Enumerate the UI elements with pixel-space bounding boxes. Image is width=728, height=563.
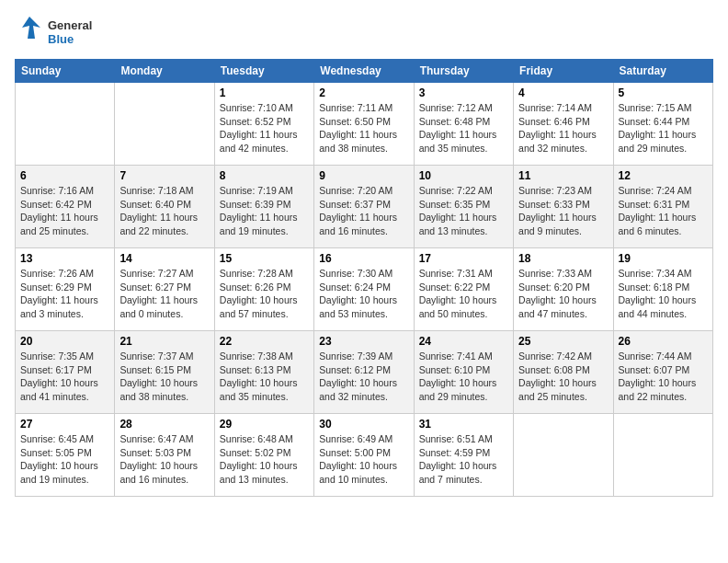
day-info: Sunrise: 6:49 AM Sunset: 5:00 PM Dayligh… bbox=[319, 432, 408, 487]
page-header: General Blue bbox=[15, 15, 713, 52]
calendar-cell: 30Sunrise: 6:49 AM Sunset: 5:00 PM Dayli… bbox=[314, 414, 414, 497]
weekday-header: Thursday bbox=[414, 60, 513, 83]
day-info: Sunrise: 7:15 AM Sunset: 6:44 PM Dayligh… bbox=[619, 101, 708, 155]
logo-text: General Blue bbox=[48, 19, 92, 47]
day-number: 7 bbox=[119, 169, 209, 182]
day-number: 29 bbox=[220, 418, 309, 431]
weekday-header: Saturday bbox=[613, 60, 712, 83]
day-number: 18 bbox=[518, 252, 608, 265]
calendar-cell: 27Sunrise: 6:45 AM Sunset: 5:05 PM Dayli… bbox=[16, 414, 115, 497]
day-number: 30 bbox=[319, 418, 408, 431]
day-number: 17 bbox=[419, 252, 508, 265]
calendar-cell: 19Sunrise: 7:34 AM Sunset: 6:18 PM Dayli… bbox=[613, 248, 712, 331]
calendar-cell bbox=[115, 83, 214, 166]
calendar-cell: 7Sunrise: 7:18 AM Sunset: 6:40 PM Daylig… bbox=[115, 166, 214, 248]
day-number: 22 bbox=[220, 335, 309, 348]
weekday-header: Monday bbox=[115, 60, 214, 83]
day-info: Sunrise: 7:19 AM Sunset: 6:39 PM Dayligh… bbox=[220, 184, 309, 238]
day-info: Sunrise: 7:16 AM Sunset: 6:42 PM Dayligh… bbox=[20, 184, 109, 238]
calendar-week-row: 1Sunrise: 7:10 AM Sunset: 6:52 PM Daylig… bbox=[16, 83, 713, 166]
day-number: 6 bbox=[20, 169, 109, 182]
day-number: 27 bbox=[20, 418, 109, 431]
day-number: 16 bbox=[319, 252, 408, 265]
calendar-week-row: 13Sunrise: 7:26 AM Sunset: 6:29 PM Dayli… bbox=[16, 248, 713, 331]
day-info: Sunrise: 7:23 AM Sunset: 6:33 PM Dayligh… bbox=[518, 184, 608, 238]
day-number: 12 bbox=[619, 169, 708, 182]
day-info: Sunrise: 7:24 AM Sunset: 6:31 PM Dayligh… bbox=[619, 184, 708, 238]
calendar-cell: 10Sunrise: 7:22 AM Sunset: 6:35 PM Dayli… bbox=[414, 166, 513, 248]
calendar-cell: 24Sunrise: 7:41 AM Sunset: 6:10 PM Dayli… bbox=[414, 331, 513, 414]
calendar-table: SundayMondayTuesdayWednesdayThursdayFrid… bbox=[15, 59, 713, 497]
weekday-header: Sunday bbox=[16, 60, 115, 83]
day-info: Sunrise: 6:47 AM Sunset: 5:03 PM Dayligh… bbox=[119, 432, 209, 487]
day-info: Sunrise: 7:35 AM Sunset: 6:17 PM Dayligh… bbox=[20, 350, 109, 404]
calendar-cell: 8Sunrise: 7:19 AM Sunset: 6:39 PM Daylig… bbox=[214, 166, 313, 248]
calendar-cell: 4Sunrise: 7:14 AM Sunset: 6:46 PM Daylig… bbox=[514, 83, 613, 166]
day-number: 15 bbox=[220, 252, 309, 265]
day-info: Sunrise: 6:48 AM Sunset: 5:02 PM Dayligh… bbox=[220, 432, 309, 487]
calendar-week-row: 6Sunrise: 7:16 AM Sunset: 6:42 PM Daylig… bbox=[16, 166, 713, 248]
calendar-cell bbox=[514, 414, 613, 497]
calendar-cell: 13Sunrise: 7:26 AM Sunset: 6:29 PM Dayli… bbox=[16, 248, 115, 331]
weekday-header: Wednesday bbox=[314, 60, 414, 83]
calendar-cell: 6Sunrise: 7:16 AM Sunset: 6:42 PM Daylig… bbox=[16, 166, 115, 248]
svg-marker-0 bbox=[22, 17, 40, 39]
calendar-cell: 31Sunrise: 6:51 AM Sunset: 4:59 PM Dayli… bbox=[414, 414, 513, 497]
day-info: Sunrise: 7:37 AM Sunset: 6:15 PM Dayligh… bbox=[119, 350, 209, 404]
day-number: 24 bbox=[419, 335, 508, 348]
day-number: 13 bbox=[20, 252, 109, 265]
day-info: Sunrise: 7:34 AM Sunset: 6:18 PM Dayligh… bbox=[619, 267, 708, 321]
weekday-header: Friday bbox=[514, 60, 613, 83]
day-number: 10 bbox=[419, 169, 508, 182]
day-number: 4 bbox=[518, 86, 608, 99]
day-number: 26 bbox=[619, 335, 708, 348]
day-info: Sunrise: 7:39 AM Sunset: 6:12 PM Dayligh… bbox=[319, 350, 408, 404]
calendar-cell: 11Sunrise: 7:23 AM Sunset: 6:33 PM Dayli… bbox=[514, 166, 613, 248]
day-number: 5 bbox=[619, 86, 708, 99]
day-info: Sunrise: 7:33 AM Sunset: 6:20 PM Dayligh… bbox=[518, 267, 608, 321]
day-number: 9 bbox=[319, 169, 408, 182]
day-info: Sunrise: 6:51 AM Sunset: 4:59 PM Dayligh… bbox=[419, 432, 508, 487]
day-info: Sunrise: 7:10 AM Sunset: 6:52 PM Dayligh… bbox=[220, 101, 309, 155]
logo: General Blue bbox=[15, 15, 92, 52]
day-number: 25 bbox=[518, 335, 608, 348]
day-number: 21 bbox=[119, 335, 209, 348]
day-number: 11 bbox=[518, 169, 608, 182]
calendar-cell: 3Sunrise: 7:12 AM Sunset: 6:48 PM Daylig… bbox=[414, 83, 513, 166]
calendar-cell: 14Sunrise: 7:27 AM Sunset: 6:27 PM Dayli… bbox=[115, 248, 214, 331]
day-info: Sunrise: 7:28 AM Sunset: 6:26 PM Dayligh… bbox=[220, 267, 309, 321]
calendar-cell: 17Sunrise: 7:31 AM Sunset: 6:22 PM Dayli… bbox=[414, 248, 513, 331]
day-number: 23 bbox=[319, 335, 408, 348]
calendar-cell: 22Sunrise: 7:38 AM Sunset: 6:13 PM Dayli… bbox=[214, 331, 313, 414]
calendar-cell: 29Sunrise: 6:48 AM Sunset: 5:02 PM Dayli… bbox=[214, 414, 313, 497]
calendar-cell bbox=[613, 414, 712, 497]
weekday-header-row: SundayMondayTuesdayWednesdayThursdayFrid… bbox=[16, 60, 713, 83]
calendar-cell: 5Sunrise: 7:15 AM Sunset: 6:44 PM Daylig… bbox=[613, 83, 712, 166]
day-info: Sunrise: 7:18 AM Sunset: 6:40 PM Dayligh… bbox=[119, 184, 209, 238]
day-info: Sunrise: 7:31 AM Sunset: 6:22 PM Dayligh… bbox=[419, 267, 508, 321]
calendar-cell: 15Sunrise: 7:28 AM Sunset: 6:26 PM Dayli… bbox=[214, 248, 313, 331]
day-info: Sunrise: 7:14 AM Sunset: 6:46 PM Dayligh… bbox=[518, 101, 608, 155]
logo-line2: Blue bbox=[48, 33, 92, 47]
calendar-cell: 1Sunrise: 7:10 AM Sunset: 6:52 PM Daylig… bbox=[214, 83, 313, 166]
day-number: 2 bbox=[319, 86, 408, 99]
calendar-week-row: 20Sunrise: 7:35 AM Sunset: 6:17 PM Dayli… bbox=[16, 331, 713, 414]
day-info: Sunrise: 7:38 AM Sunset: 6:13 PM Dayligh… bbox=[220, 350, 309, 404]
weekday-header: Tuesday bbox=[214, 60, 313, 83]
day-number: 20 bbox=[20, 335, 109, 348]
day-number: 1 bbox=[220, 86, 309, 99]
day-number: 19 bbox=[619, 252, 708, 265]
logo-line1: General bbox=[48, 19, 92, 33]
day-info: Sunrise: 7:11 AM Sunset: 6:50 PM Dayligh… bbox=[319, 101, 408, 155]
day-info: Sunrise: 7:42 AM Sunset: 6:08 PM Dayligh… bbox=[518, 350, 608, 404]
calendar-cell: 12Sunrise: 7:24 AM Sunset: 6:31 PM Dayli… bbox=[613, 166, 712, 248]
calendar-cell: 23Sunrise: 7:39 AM Sunset: 6:12 PM Dayli… bbox=[314, 331, 414, 414]
day-number: 31 bbox=[419, 418, 508, 431]
calendar-week-row: 27Sunrise: 6:45 AM Sunset: 5:05 PM Dayli… bbox=[16, 414, 713, 497]
calendar-cell: 2Sunrise: 7:11 AM Sunset: 6:50 PM Daylig… bbox=[314, 83, 414, 166]
day-info: Sunrise: 7:20 AM Sunset: 6:37 PM Dayligh… bbox=[319, 184, 408, 238]
calendar-cell: 18Sunrise: 7:33 AM Sunset: 6:20 PM Dayli… bbox=[514, 248, 613, 331]
logo-container: General Blue bbox=[15, 15, 92, 52]
day-info: Sunrise: 7:30 AM Sunset: 6:24 PM Dayligh… bbox=[319, 267, 408, 321]
calendar-cell: 21Sunrise: 7:37 AM Sunset: 6:15 PM Dayli… bbox=[115, 331, 214, 414]
